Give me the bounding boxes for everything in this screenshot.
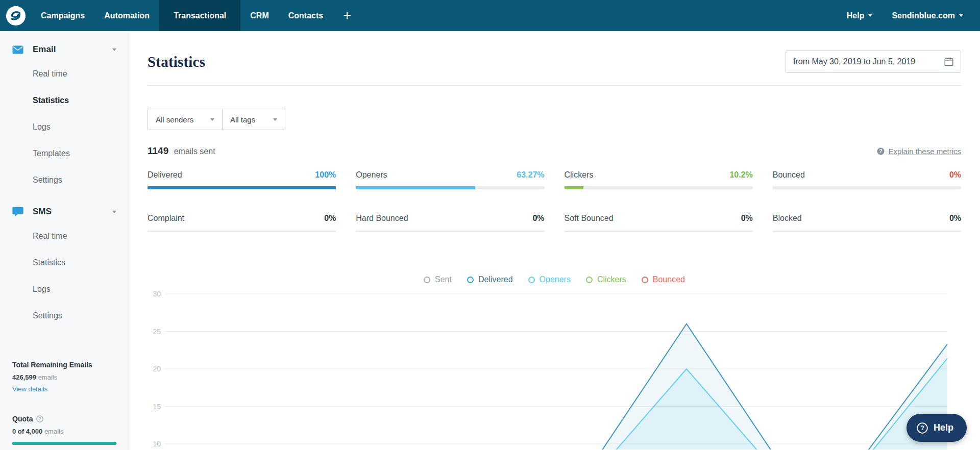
content-column: Statistics from May 30, 2019 to Jun 5, 2… [148, 51, 961, 449]
svg-text:?: ? [39, 416, 42, 421]
svg-text:15: 15 [153, 403, 161, 411]
date-range-picker[interactable]: from May 30, 2019 to Jun 5, 2019 [786, 51, 961, 73]
app-window: CampaignsAutomationTransactionalCRMConta… [0, 0, 980, 450]
sidebar-item-statistics[interactable]: Statistics [0, 249, 129, 276]
remaining-count-unit: emails [38, 373, 58, 381]
top-navbar: CampaignsAutomationTransactionalCRMConta… [0, 0, 980, 31]
help-label: Help [934, 422, 953, 433]
metric-value: 0% [949, 214, 961, 223]
metric-header: Delivered100% [148, 170, 336, 180]
svg-text:25: 25 [153, 328, 161, 336]
quota-header: Quota ? [12, 415, 116, 423]
sidebar-section-header-sms[interactable]: SMS [0, 201, 129, 223]
legend-item-sent[interactable]: Sent [424, 275, 452, 284]
sidebar-item-real-time[interactable]: Real time [0, 61, 129, 87]
nav-dropdown-help[interactable]: Help [837, 0, 883, 31]
senders-filter-dropdown[interactable]: All senders [148, 109, 223, 130]
nav-item-automation[interactable]: Automation [94, 0, 159, 31]
quota-title: Quota [12, 415, 33, 423]
sidebar-section-label: Email [33, 44, 108, 55]
metric-label: Delivered [148, 170, 182, 180]
legend-item-delivered[interactable]: Delivered [467, 275, 513, 284]
add-button[interactable]: + [334, 0, 360, 31]
legend-item-clickers[interactable]: Clickers [586, 275, 626, 284]
legend-item-openers[interactable]: Openers [528, 275, 571, 284]
tags-filter-label: All tags [230, 115, 255, 124]
sidebar-item-real-time[interactable]: Real time [0, 223, 129, 249]
metric-progress-fill [148, 186, 336, 189]
sidebar-section-header-email[interactable]: Email [0, 38, 129, 61]
chevron-down-icon [868, 14, 872, 17]
metric-blocked: Blocked0% [773, 214, 961, 232]
nav-dropdown-sendinblue-com[interactable]: Sendinblue.com [882, 0, 973, 31]
emails-sent-label: emails sent [174, 147, 215, 156]
quota-progress-bar [12, 442, 116, 445]
chat-bubble-icon [12, 207, 24, 217]
metric-header: Soft Bounced0% [565, 214, 753, 223]
legend-label: Delivered [478, 275, 513, 284]
nav-item-crm[interactable]: CRM [240, 0, 278, 31]
svg-text:30: 30 [153, 290, 161, 298]
legend-dot [528, 277, 535, 283]
chevron-down-icon [112, 211, 116, 213]
metrics-primary: Delivered100%Openers63.27%Clickers10.2%B… [148, 170, 961, 189]
explain-metrics-link[interactable]: ? Explain these metrics [877, 147, 961, 156]
explain-metrics-text: Explain these metrics [888, 147, 961, 156]
remaining-emails-title: Total Remaining Emails [12, 361, 116, 369]
nav-dropdown-label: Help [847, 11, 865, 20]
legend-dot [467, 277, 474, 283]
sidebar: EmailReal timeStatisticsLogsTemplatesSet… [0, 31, 129, 450]
sidebar-section-email: EmailReal timeStatisticsLogsTemplatesSet… [0, 31, 129, 193]
svg-text:10: 10 [153, 440, 161, 448]
metric-value: 0% [949, 170, 961, 180]
chevron-down-icon [959, 14, 963, 17]
main-content: Statistics from May 30, 2019 to Jun 5, 2… [130, 31, 980, 450]
sidebar-item-logs[interactable]: Logs [0, 276, 129, 303]
emails-sent-summary: 1149 emails sent [148, 145, 215, 157]
sidebar-item-logs[interactable]: Logs [0, 114, 129, 140]
metric-label: Clickers [565, 170, 594, 180]
senders-filter-label: All senders [156, 115, 193, 124]
sidebar-section-label: SMS [33, 207, 108, 217]
metric-label: Bounced [773, 170, 805, 180]
envelope-icon [12, 45, 23, 54]
view-details-link[interactable]: View details [12, 385, 47, 393]
nav-item-transactional[interactable]: Transactional [159, 0, 240, 31]
sendinblue-logo-icon[interactable] [0, 0, 31, 31]
metric-header: Blocked0% [773, 214, 961, 223]
remaining-emails-count: 426,599 emails [12, 373, 116, 381]
metric-hard-bounced: Hard Bounced0% [356, 214, 544, 232]
sidebar-item-settings[interactable]: Settings [0, 303, 129, 329]
metric-header: Clickers10.2% [565, 170, 753, 180]
legend-dot [424, 277, 430, 283]
metric-progress-fill [356, 186, 475, 189]
metric-progress-fill [565, 186, 584, 189]
traffic-chart: 302520151050 [148, 287, 961, 449]
legend-label: Bounced [653, 275, 685, 284]
remaining-count-value: 426,599 [12, 373, 36, 381]
tags-filter-dropdown[interactable]: All tags [222, 109, 285, 130]
divider [148, 85, 961, 86]
nav-item-contacts[interactable]: Contacts [279, 0, 333, 31]
summary-row: 1149 emails sent ? Explain these metrics [148, 145, 961, 157]
sidebar-item-templates[interactable]: Templates [0, 140, 129, 167]
chat-bubble-icon [12, 207, 23, 217]
metric-progress-track [565, 186, 753, 189]
help-button[interactable]: ? Help [906, 414, 967, 442]
nav-right: HelpSendinblue.com [837, 0, 980, 31]
metric-header: Openers63.27% [356, 170, 544, 180]
metric-progress-track [356, 231, 544, 232]
sidebar-item-settings[interactable]: Settings [0, 167, 129, 193]
emails-sent-count: 1149 [148, 145, 168, 156]
date-range-text: from May 30, 2019 to Jun 5, 2019 [793, 57, 915, 66]
legend-item-bounced[interactable]: Bounced [642, 275, 685, 284]
sidebar-footer: Total Remaining Emails 426,599 emails Vi… [0, 329, 129, 445]
metric-progress-track [148, 186, 336, 189]
metric-progress-track [565, 231, 753, 232]
sidebar-item-statistics[interactable]: Statistics [0, 87, 129, 114]
quota-count-value: 0 of 4,000 [12, 428, 42, 435]
sidebar-nav: EmailReal timeStatisticsLogsTemplatesSet… [0, 31, 129, 329]
metric-value: 0% [741, 214, 753, 223]
legend-dot [586, 277, 593, 283]
nav-item-campaigns[interactable]: Campaigns [31, 0, 94, 31]
